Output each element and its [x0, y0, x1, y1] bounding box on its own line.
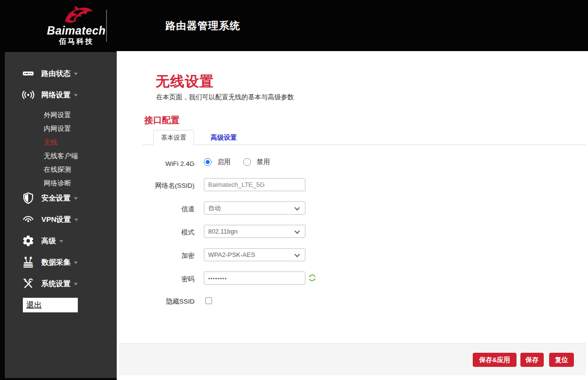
sidebar-item-label: 网络设置: [41, 90, 71, 99]
wifi-label: WiFi 2.4G: [117, 160, 195, 167]
save-button[interactable]: 保存: [520, 353, 544, 367]
submenu-item-lan-settings[interactable]: 内网设置: [44, 122, 71, 135]
ssid-input[interactable]: [204, 178, 305, 191]
chevron-down-icon: [74, 94, 78, 96]
chevron-down-icon: [74, 283, 78, 285]
encryption-select[interactable]: WPA2-PSK-AES: [204, 248, 305, 261]
page-title: 无线设置: [156, 72, 214, 91]
enable-radio-label: 启用: [217, 158, 231, 166]
brand-name: Baimatech: [45, 24, 108, 37]
password-input[interactable]: [204, 271, 305, 285]
chevron-down-icon: [74, 218, 78, 221]
submenu-item-wireless-client[interactable]: 无线客户端: [44, 149, 78, 162]
app-header: Baimatech 佰马科技 路由器管理系统: [0, 0, 588, 51]
submenu-item-network-diagnosis[interactable]: 网络诊断: [44, 177, 71, 189]
sidebar-item-label: VPN设置: [41, 215, 71, 223]
mode-select-value: 802.11bgn: [208, 228, 238, 235]
enable-radio[interactable]: [204, 158, 212, 166]
sidebar-item-advanced[interactable]: 高级: [5, 233, 117, 249]
chevron-down-icon: [294, 228, 300, 234]
header-divider: [106, 10, 107, 42]
main-content: 无线设置 在本页面，我们可以配置无线的基本与高级参数 接口配置 基本设置 高级设…: [117, 51, 588, 380]
encryption-select-value: WPA2-PSK-AES: [208, 251, 255, 258]
tools-icon: [22, 277, 35, 290]
mode-label: 模式: [117, 228, 195, 237]
app-title: 路由器管理系统: [165, 0, 240, 51]
channel-select[interactable]: 自动: [204, 201, 305, 215]
data-collection-icon: [22, 256, 35, 269]
network-icon: [22, 89, 35, 101]
section-title: 接口配置: [144, 114, 179, 126]
save-apply-button[interactable]: 保存&应用: [473, 353, 517, 367]
sidebar-item-vpn-settings[interactable]: VPN设置: [5, 212, 117, 227]
reset-button[interactable]: 复位: [549, 353, 574, 367]
chevron-down-icon: [59, 240, 63, 242]
sidebar-item-network-settings[interactable]: 网络设置: [5, 87, 117, 103]
chevron-down-icon: [294, 205, 300, 210]
shield-icon: [22, 192, 35, 204]
brand-logo: Baimatech 佰马科技: [45, 2, 108, 50]
tabs-underline: [143, 145, 586, 145]
sidebar-item-label: 系统设置: [41, 279, 71, 288]
channel-label: 信道: [117, 205, 195, 214]
submenu-item-online-detect[interactable]: 在线探测: [44, 163, 71, 176]
horse-logo-icon: [58, 3, 95, 25]
sidebar-item-label: 安全设置: [41, 194, 71, 202]
submenu-item-wireless[interactable]: 无线: [44, 136, 57, 148]
sidebar-item-router-status[interactable]: 路由状态: [5, 66, 117, 81]
brand-subtitle: 佰马科技: [45, 37, 108, 46]
encryption-label: 加密: [117, 252, 195, 260]
refresh-icon[interactable]: [308, 274, 316, 282]
sidebar-item-label: 数据采集: [41, 258, 71, 266]
sidebar-item-system-settings[interactable]: 系统设置: [5, 276, 117, 291]
hide-ssid-label: 隐藏SSID: [117, 297, 195, 306]
page-subtitle: 在本页面，我们可以配置无线的基本与高级参数: [156, 93, 294, 102]
submenu-item-wan-settings[interactable]: 外网设置: [44, 109, 71, 121]
logout-button[interactable]: 退出: [23, 298, 78, 312]
chevron-down-icon: [74, 197, 78, 199]
wifi-radio-group: 启用 禁用: [204, 158, 277, 166]
ssid-label: 网络名(SSID): [117, 181, 195, 190]
sidebar: 路由状态 网络设置 外网设置 内网设置 无线 无线客户端 在线探测 网络诊断 安…: [5, 52, 117, 378]
mode-select[interactable]: 802.11bgn: [204, 225, 305, 238]
channel-select-value: 自动: [208, 204, 221, 212]
chevron-down-icon: [74, 261, 78, 264]
sidebar-item-data-collection[interactable]: 数据采集: [5, 254, 117, 270]
disable-radio[interactable]: [243, 158, 251, 166]
sidebar-item-label: 高级: [41, 236, 56, 245]
tab-basic-settings[interactable]: 基本设置: [153, 130, 194, 145]
router-admin-page: Baimatech 佰马科技 路由器管理系统 路由状态 网络设置 外网设置 内网…: [0, 0, 588, 380]
sidebar-item-security-settings[interactable]: 安全设置: [5, 190, 117, 206]
router-icon: [22, 67, 35, 80]
sidebar-item-label: 路由状态: [41, 69, 71, 77]
tab-advanced-settings[interactable]: 高级设置: [211, 133, 237, 142]
chevron-down-icon: [294, 252, 300, 257]
gear-icon: [22, 235, 35, 247]
password-label: 密码: [117, 275, 195, 284]
disable-radio-label: 禁用: [257, 158, 270, 166]
footer-bar: 保存&应用 保存 复位: [119, 343, 586, 375]
hide-ssid-checkbox[interactable]: [205, 297, 212, 304]
chevron-down-icon: [74, 72, 78, 75]
vpn-icon: [22, 213, 35, 226]
